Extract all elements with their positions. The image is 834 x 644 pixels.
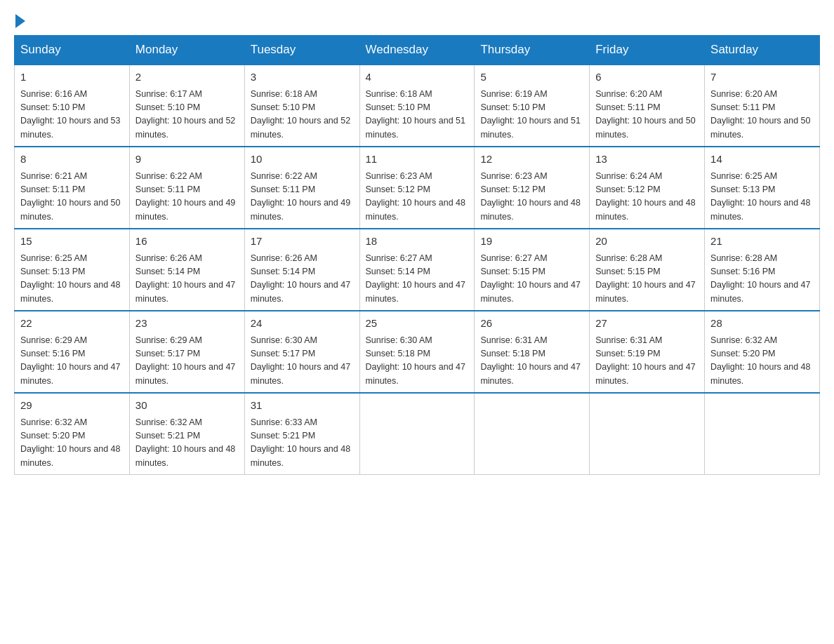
day-number: 28 <box>710 316 814 332</box>
day-cell-22: 22Sunrise: 6:29 AMSunset: 5:16 PMDayligh… <box>15 311 130 393</box>
day-number: 24 <box>251 316 354 332</box>
day-cell-6: 6Sunrise: 6:20 AMSunset: 5:11 PMDaylight… <box>590 65 705 147</box>
weekday-header-monday: Monday <box>129 36 244 65</box>
day-info: Sunrise: 6:31 AMSunset: 5:19 PMDaylight:… <box>595 334 699 389</box>
day-cell-26: 26Sunrise: 6:31 AMSunset: 5:18 PMDayligh… <box>475 311 590 393</box>
day-cell-28: 28Sunrise: 6:32 AMSunset: 5:20 PMDayligh… <box>705 311 820 393</box>
day-info: Sunrise: 6:27 AMSunset: 5:15 PMDaylight:… <box>480 252 583 307</box>
day-number: 7 <box>710 69 814 86</box>
day-number: 12 <box>480 152 583 168</box>
weekday-header-wednesday: Wednesday <box>359 36 475 65</box>
day-info: Sunrise: 6:18 AMSunset: 5:10 PMDaylight:… <box>366 88 469 142</box>
day-info: Sunrise: 6:32 AMSunset: 5:20 PMDaylight:… <box>710 334 814 389</box>
day-info: Sunrise: 6:28 AMSunset: 5:15 PMDaylight:… <box>595 252 699 307</box>
day-info: Sunrise: 6:18 AMSunset: 5:10 PMDaylight:… <box>251 88 354 142</box>
weekday-header-thursday: Thursday <box>475 36 590 65</box>
day-number: 26 <box>480 316 583 332</box>
day-cell-2: 2Sunrise: 6:17 AMSunset: 5:10 PMDaylight… <box>129 65 244 147</box>
day-cell-18: 18Sunrise: 6:27 AMSunset: 5:14 PMDayligh… <box>359 229 475 311</box>
day-info: Sunrise: 6:29 AMSunset: 5:17 PMDaylight:… <box>135 334 239 389</box>
day-number: 6 <box>595 69 699 86</box>
day-cell-29: 29Sunrise: 6:32 AMSunset: 5:20 PMDayligh… <box>15 393 130 475</box>
day-number: 2 <box>135 69 239 86</box>
day-info: Sunrise: 6:19 AMSunset: 5:10 PMDaylight:… <box>480 88 583 142</box>
day-cell-7: 7Sunrise: 6:20 AMSunset: 5:11 PMDaylight… <box>705 65 820 147</box>
day-cell-27: 27Sunrise: 6:31 AMSunset: 5:19 PMDayligh… <box>590 311 705 393</box>
day-info: Sunrise: 6:16 AMSunset: 5:10 PMDaylight:… <box>20 88 124 142</box>
day-info: Sunrise: 6:24 AMSunset: 5:12 PMDaylight:… <box>595 170 699 224</box>
day-info: Sunrise: 6:23 AMSunset: 5:12 PMDaylight:… <box>366 170 469 224</box>
day-number: 3 <box>251 69 354 86</box>
day-info: Sunrise: 6:22 AMSunset: 5:11 PMDaylight:… <box>135 170 239 224</box>
day-cell-12: 12Sunrise: 6:23 AMSunset: 5:12 PMDayligh… <box>475 147 590 229</box>
page-header <box>14 14 820 28</box>
day-cell-5: 5Sunrise: 6:19 AMSunset: 5:10 PMDaylight… <box>475 65 590 147</box>
day-number: 25 <box>366 316 469 332</box>
day-cell-3: 3Sunrise: 6:18 AMSunset: 5:10 PMDaylight… <box>244 65 359 147</box>
day-info: Sunrise: 6:29 AMSunset: 5:16 PMDaylight:… <box>20 334 124 389</box>
day-cell-11: 11Sunrise: 6:23 AMSunset: 5:12 PMDayligh… <box>359 147 475 229</box>
day-cell-25: 25Sunrise: 6:30 AMSunset: 5:18 PMDayligh… <box>359 311 475 393</box>
day-info: Sunrise: 6:25 AMSunset: 5:13 PMDaylight:… <box>710 170 814 224</box>
day-cell-21: 21Sunrise: 6:28 AMSunset: 5:16 PMDayligh… <box>705 229 820 311</box>
day-number: 18 <box>366 234 469 250</box>
weekday-header-saturday: Saturday <box>705 36 820 65</box>
day-cell-1: 1Sunrise: 6:16 AMSunset: 5:10 PMDaylight… <box>15 65 130 147</box>
day-number: 9 <box>135 152 239 168</box>
day-info: Sunrise: 6:26 AMSunset: 5:14 PMDaylight:… <box>135 252 239 307</box>
day-number: 1 <box>20 69 124 86</box>
week-row-4: 22Sunrise: 6:29 AMSunset: 5:16 PMDayligh… <box>15 311 820 393</box>
day-number: 27 <box>595 316 699 332</box>
logo <box>14 14 27 28</box>
week-row-2: 8Sunrise: 6:21 AMSunset: 5:11 PMDaylight… <box>15 147 820 229</box>
day-number: 13 <box>595 152 699 168</box>
day-cell-15: 15Sunrise: 6:25 AMSunset: 5:13 PMDayligh… <box>15 229 130 311</box>
day-number: 15 <box>20 234 124 250</box>
day-number: 8 <box>20 152 124 168</box>
day-number: 17 <box>251 234 354 250</box>
day-number: 19 <box>480 234 583 250</box>
day-info: Sunrise: 6:33 AMSunset: 5:21 PMDaylight:… <box>251 416 354 471</box>
logo-arrow-icon <box>15 14 25 28</box>
day-info: Sunrise: 6:27 AMSunset: 5:14 PMDaylight:… <box>366 252 469 307</box>
day-cell-9: 9Sunrise: 6:22 AMSunset: 5:11 PMDaylight… <box>129 147 244 229</box>
day-cell-31: 31Sunrise: 6:33 AMSunset: 5:21 PMDayligh… <box>244 393 359 475</box>
empty-cell <box>359 393 475 475</box>
day-info: Sunrise: 6:22 AMSunset: 5:11 PMDaylight:… <box>251 170 354 224</box>
calendar-table: SundayMondayTuesdayWednesdayThursdayFrid… <box>14 35 820 475</box>
weekday-header-tuesday: Tuesday <box>244 36 359 65</box>
day-cell-17: 17Sunrise: 6:26 AMSunset: 5:14 PMDayligh… <box>244 229 359 311</box>
day-number: 4 <box>366 69 469 86</box>
day-number: 21 <box>710 234 814 250</box>
day-number: 29 <box>20 398 124 414</box>
day-info: Sunrise: 6:32 AMSunset: 5:21 PMDaylight:… <box>135 416 239 471</box>
day-info: Sunrise: 6:28 AMSunset: 5:16 PMDaylight:… <box>710 252 814 307</box>
day-info: Sunrise: 6:17 AMSunset: 5:10 PMDaylight:… <box>135 88 239 142</box>
day-info: Sunrise: 6:30 AMSunset: 5:18 PMDaylight:… <box>366 334 469 389</box>
day-cell-14: 14Sunrise: 6:25 AMSunset: 5:13 PMDayligh… <box>705 147 820 229</box>
day-cell-30: 30Sunrise: 6:32 AMSunset: 5:21 PMDayligh… <box>129 393 244 475</box>
empty-cell <box>705 393 820 475</box>
day-number: 20 <box>595 234 699 250</box>
day-info: Sunrise: 6:21 AMSunset: 5:11 PMDaylight:… <box>20 170 124 224</box>
day-info: Sunrise: 6:23 AMSunset: 5:12 PMDaylight:… <box>480 170 583 224</box>
day-cell-24: 24Sunrise: 6:30 AMSunset: 5:17 PMDayligh… <box>244 311 359 393</box>
day-info: Sunrise: 6:20 AMSunset: 5:11 PMDaylight:… <box>595 88 699 142</box>
week-row-3: 15Sunrise: 6:25 AMSunset: 5:13 PMDayligh… <box>15 229 820 311</box>
day-cell-16: 16Sunrise: 6:26 AMSunset: 5:14 PMDayligh… <box>129 229 244 311</box>
day-info: Sunrise: 6:26 AMSunset: 5:14 PMDaylight:… <box>251 252 354 307</box>
day-cell-13: 13Sunrise: 6:24 AMSunset: 5:12 PMDayligh… <box>590 147 705 229</box>
day-cell-8: 8Sunrise: 6:21 AMSunset: 5:11 PMDaylight… <box>15 147 130 229</box>
week-row-5: 29Sunrise: 6:32 AMSunset: 5:20 PMDayligh… <box>15 393 820 475</box>
day-info: Sunrise: 6:31 AMSunset: 5:18 PMDaylight:… <box>480 334 583 389</box>
day-info: Sunrise: 6:20 AMSunset: 5:11 PMDaylight:… <box>710 88 814 142</box>
day-info: Sunrise: 6:25 AMSunset: 5:13 PMDaylight:… <box>20 252 124 307</box>
day-cell-23: 23Sunrise: 6:29 AMSunset: 5:17 PMDayligh… <box>129 311 244 393</box>
week-row-1: 1Sunrise: 6:16 AMSunset: 5:10 PMDaylight… <box>15 65 820 147</box>
day-info: Sunrise: 6:30 AMSunset: 5:17 PMDaylight:… <box>251 334 354 389</box>
weekday-header-sunday: Sunday <box>15 36 130 65</box>
day-number: 22 <box>20 316 124 332</box>
day-number: 10 <box>251 152 354 168</box>
day-cell-10: 10Sunrise: 6:22 AMSunset: 5:11 PMDayligh… <box>244 147 359 229</box>
weekday-header-friday: Friday <box>590 36 705 65</box>
